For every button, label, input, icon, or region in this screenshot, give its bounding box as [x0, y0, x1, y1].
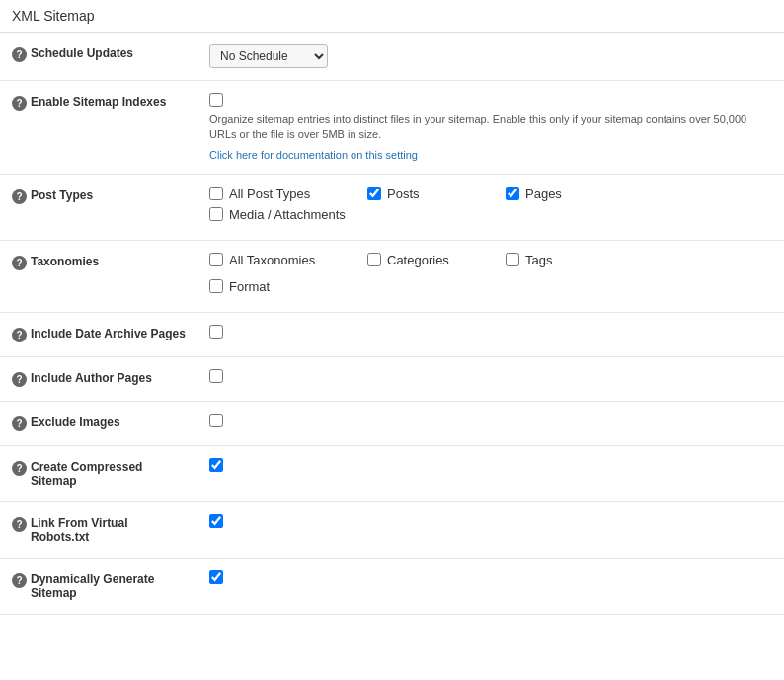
- exclude-images-row: ? Exclude Images: [0, 401, 784, 445]
- post-types-posts-checkbox[interactable]: [367, 187, 381, 200]
- taxonomies-tags-row: Tags: [506, 253, 644, 267]
- taxonomies-label: Taxonomies: [31, 255, 99, 268]
- dynamically-generate-sitemap-label: Dynamically Generate Sitemap: [31, 572, 186, 600]
- include-author-pages-label-cell: ? Include Author Pages: [0, 356, 197, 401]
- taxonomies-categories-row: Categories: [367, 253, 506, 267]
- schedule-updates-label: Schedule Updates: [31, 46, 133, 60]
- include-date-archive-help-icon[interactable]: ?: [12, 328, 27, 342]
- post-types-label: Post Types: [31, 189, 93, 202]
- taxonomies-control: All Taxonomies Categories Tags Format: [197, 240, 784, 312]
- include-date-archive-control: [197, 312, 784, 356]
- enable-sitemap-indexes-description: Organize sitemap entries into distinct f…: [209, 113, 762, 143]
- include-date-archive-label: Include Date Archive Pages: [31, 327, 186, 340]
- taxonomies-format-row: Format: [209, 279, 367, 294]
- post-types-all-label: All Post Types: [229, 187, 310, 201]
- taxonomies-format-checkbox[interactable]: [209, 279, 223, 293]
- taxonomies-format-label: Format: [229, 279, 270, 294]
- enable-sitemap-indexes-row: ? Enable Sitemap Indexes Organize sitema…: [0, 81, 784, 175]
- post-types-control: All Post Types Posts Pages Media / Attac…: [197, 174, 784, 240]
- include-date-archive-checkbox[interactable]: [209, 325, 223, 339]
- include-date-archive-row: ? Include Date Archive Pages: [0, 312, 784, 356]
- dynamically-generate-sitemap-label-cell: ? Dynamically Generate Sitemap: [0, 558, 197, 614]
- link-from-virtual-robots-row: ? Link From Virtual Robots.txt: [0, 501, 784, 558]
- include-author-pages-label: Include Author Pages: [31, 371, 152, 385]
- create-compressed-sitemap-label: Create Compressed Sitemap: [31, 460, 186, 488]
- post-types-media-row: Media / Attachments: [209, 207, 367, 222]
- dynamically-generate-sitemap-help-icon[interactable]: ?: [12, 573, 27, 588]
- post-types-all-row: All Post Types: [209, 187, 367, 201]
- create-compressed-sitemap-control: [197, 445, 784, 501]
- create-compressed-sitemap-label-cell: ? Create Compressed Sitemap: [0, 445, 197, 501]
- link-from-virtual-robots-checkbox[interactable]: [209, 514, 223, 528]
- exclude-images-label-cell: ? Exclude Images: [0, 401, 197, 445]
- taxonomies-label-cell: ? Taxonomies: [0, 240, 197, 312]
- enable-sitemap-indexes-checkbox[interactable]: [209, 93, 223, 107]
- include-date-archive-label-cell: ? Include Date Archive Pages: [0, 312, 197, 356]
- settings-table: ? Schedule Updates No Schedule Hourly Tw…: [0, 33, 784, 615]
- dynamically-generate-sitemap-row: ? Dynamically Generate Sitemap: [0, 558, 784, 614]
- taxonomies-tags-label: Tags: [525, 253, 552, 267]
- include-author-pages-control: [197, 356, 784, 401]
- taxonomies-row: ? Taxonomies All Taxonomies Categories: [0, 240, 784, 312]
- post-types-all-checkbox[interactable]: [209, 187, 223, 200]
- link-from-virtual-robots-control: [197, 501, 784, 558]
- link-from-virtual-robots-help-icon[interactable]: ?: [12, 517, 27, 532]
- taxonomies-categories-label: Categories: [387, 253, 449, 267]
- schedule-updates-select[interactable]: No Schedule Hourly Twice Daily Daily Wee…: [209, 44, 328, 68]
- enable-sitemap-indexes-label: Enable Sitemap Indexes: [31, 95, 166, 109]
- schedule-updates-control: No Schedule Hourly Twice Daily Daily Wee…: [197, 33, 784, 81]
- post-types-label-cell: ? Post Types: [0, 174, 197, 240]
- include-author-pages-help-icon[interactable]: ?: [12, 372, 27, 387]
- enable-sitemap-indexes-doc-link[interactable]: Click here for documentation on this set…: [209, 149, 418, 161]
- create-compressed-sitemap-row: ? Create Compressed Sitemap: [0, 445, 784, 501]
- taxonomies-all-row: All Taxonomies: [209, 253, 367, 267]
- create-compressed-sitemap-help-icon[interactable]: ?: [12, 461, 27, 476]
- post-types-media-checkbox[interactable]: [209, 207, 223, 221]
- exclude-images-checkbox[interactable]: [209, 414, 223, 427]
- taxonomies-help-icon[interactable]: ?: [12, 256, 27, 270]
- link-from-virtual-robots-label-cell: ? Link From Virtual Robots.txt: [0, 501, 197, 558]
- include-author-pages-checkbox[interactable]: [209, 369, 223, 383]
- create-compressed-sitemap-checkbox[interactable]: [209, 458, 223, 472]
- exclude-images-help-icon[interactable]: ?: [12, 416, 27, 431]
- enable-sitemap-indexes-help-icon[interactable]: ?: [12, 96, 27, 111]
- taxonomies-categories-checkbox[interactable]: [367, 253, 381, 266]
- include-author-pages-row: ? Include Author Pages: [0, 356, 784, 401]
- taxonomies-all-label: All Taxonomies: [229, 253, 315, 267]
- taxonomies-tags-checkbox[interactable]: [506, 253, 519, 266]
- page-container: XML Sitemap ? Schedule Updates No Schedu…: [0, 0, 784, 680]
- schedule-updates-row: ? Schedule Updates No Schedule Hourly Tw…: [0, 33, 784, 81]
- enable-sitemap-indexes-control: Organize sitemap entries into distinct f…: [197, 81, 784, 175]
- dynamically-generate-sitemap-control: [197, 558, 784, 614]
- post-types-pages-row: Pages: [506, 187, 644, 201]
- post-types-help-icon[interactable]: ?: [12, 189, 27, 204]
- post-types-media-label: Media / Attachments: [229, 207, 346, 222]
- taxonomies-all-checkbox[interactable]: [209, 253, 223, 266]
- exclude-images-control: [197, 401, 784, 445]
- exclude-images-label: Exclude Images: [31, 416, 120, 429]
- section-title: XML Sitemap: [0, 0, 784, 33]
- post-types-pages-checkbox[interactable]: [506, 187, 519, 200]
- enable-sitemap-indexes-label-cell: ? Enable Sitemap Indexes: [0, 81, 197, 175]
- post-types-posts-label: Posts: [387, 187, 420, 201]
- post-types-posts-row: Posts: [367, 187, 506, 201]
- link-from-virtual-robots-label: Link From Virtual Robots.txt: [31, 516, 186, 544]
- schedule-updates-label-cell: ? Schedule Updates: [0, 33, 197, 81]
- schedule-updates-help-icon[interactable]: ?: [12, 47, 27, 62]
- post-types-pages-label: Pages: [525, 187, 562, 201]
- post-types-row: ? Post Types All Post Types Posts: [0, 174, 784, 240]
- dynamically-generate-sitemap-checkbox[interactable]: [209, 570, 223, 584]
